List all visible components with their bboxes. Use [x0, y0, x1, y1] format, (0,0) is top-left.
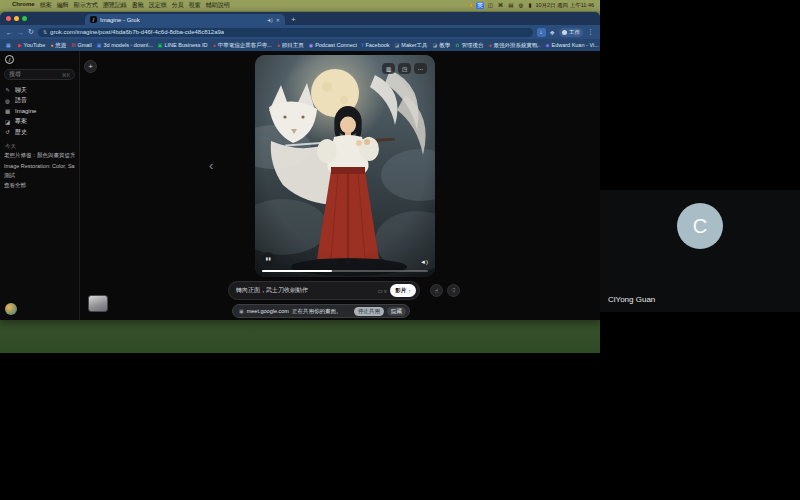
bookmark-favicon: ◪: [433, 42, 438, 48]
menubar-menu-item[interactable]: 輔助說明: [206, 1, 230, 10]
prompt-text[interactable]: 轉向正面，武士刀收劍動作: [236, 286, 377, 295]
chevron-down-icon[interactable]: ∨: [384, 288, 388, 294]
meeting-video-frame: Chrome檔案編輯顯示方式瀏覽記錄書籤設定檔分頁視窗輔助說明 ●英◫⌘▤◍▮ …: [0, 0, 800, 500]
status-icon[interactable]: ◍: [518, 2, 525, 9]
bookmark-item[interactable]: ▶ YouTube: [18, 42, 45, 49]
sidebar-nav-icon: ◍: [4, 98, 11, 104]
bookmark-item[interactable]: ● 節目主頁: [277, 42, 304, 49]
sidebar-nav-label: 歷史: [15, 128, 27, 137]
chrome-menu-icon[interactable]: ⋮: [587, 28, 594, 36]
aspect-ratio-icon[interactable]: ▭: [377, 288, 382, 294]
bookmark-item[interactable]: ● 中華電信企業客戶專...: [213, 42, 272, 49]
sidebar-nav-label: 聊天: [15, 86, 27, 95]
bookmark-favicon: ✿: [455, 42, 459, 48]
menubar-menu-item[interactable]: 顯示方式: [74, 1, 98, 10]
pause-button[interactable]: ▮▮: [262, 252, 275, 265]
bookmark-favicon: ●: [489, 42, 492, 48]
sidebar-nav-item[interactable]: ◪ 專案: [4, 117, 75, 128]
menubar-menu-item[interactable]: 編輯: [57, 1, 69, 10]
status-icon[interactable]: ◫: [487, 2, 494, 9]
bookmark-favicon: ▣: [97, 42, 102, 48]
sidebar-nav-item[interactable]: ✎ 聊天: [4, 85, 75, 96]
status-icon[interactable]: ▮: [527, 2, 532, 9]
downloads-icon[interactable]: ↓: [537, 28, 546, 37]
address-bar[interactable]: ⇅ grok.com/imagine/post/4bda6b7b-d46f-4c…: [38, 28, 533, 37]
bookmark-item[interactable]: ◪ Maker工具: [395, 42, 428, 49]
reload-button[interactable]: ↻: [28, 28, 34, 36]
bookmark-item[interactable]: M Gmail: [71, 42, 92, 49]
previous-image-arrow[interactable]: ‹: [209, 158, 213, 173]
macos-menubar: Chrome檔案編輯顯示方式瀏覽記錄書籤設定檔分頁視窗輔助說明 ●英◫⌘▤◍▮ …: [0, 0, 600, 11]
bookmark-item[interactable]: ◪ 教學: [433, 42, 451, 49]
sidebar-nav-item[interactable]: ◍ 語音: [4, 96, 75, 107]
history-item[interactable]: Image Restoration: Color, Sa: [4, 161, 75, 171]
menubar-menu-item[interactable]: 視窗: [189, 1, 201, 10]
zoom-window-button[interactable]: [22, 16, 27, 21]
grok-logo-icon[interactable]: /: [5, 55, 14, 64]
card-action-button[interactable]: ▥: [382, 63, 395, 74]
menubar-menu-item[interactable]: 檔案: [40, 1, 52, 10]
video-progress-bar[interactable]: [262, 270, 428, 272]
history-item[interactable]: 測試: [4, 171, 75, 181]
minimize-window-button[interactable]: [14, 16, 19, 21]
bookmark-item[interactable]: ● 最強外掛系統實戰..: [489, 42, 541, 49]
site-settings-icon[interactable]: ⇅: [43, 29, 47, 35]
bookmark-item[interactable]: ◆ Edward Kuan - Vi...: [546, 42, 599, 49]
shared-screen-region: Chrome檔案編輯顯示方式瀏覽記錄書籤設定檔分頁視窗輔助說明 ●英◫⌘▤◍▮ …: [0, 0, 600, 353]
bookmark-label: YouTube: [24, 42, 46, 48]
menubar-menu-item[interactable]: 設定檔: [149, 1, 167, 10]
card-action-button[interactable]: ⋯: [414, 63, 427, 74]
bookmark-item[interactable]: f Facebook: [362, 42, 390, 49]
bookmark-item[interactable]: ● 悠遊: [50, 42, 66, 49]
like-button[interactable]: ☝: [430, 284, 443, 297]
hide-banner-button[interactable]: 隱藏: [387, 307, 406, 316]
bookmark-favicon: ●: [277, 42, 280, 48]
bookmark-label: Facebook: [365, 42, 389, 48]
extensions-icon[interactable]: ❖: [550, 29, 555, 36]
forward-button[interactable]: →: [17, 29, 24, 36]
grok-sidebar: / 搜尋 ⌘K ✎ 聊天 ◍ 語音 ▦: [0, 51, 80, 320]
stop-sharing-button[interactable]: 停止共用: [354, 307, 384, 316]
screen-share-banner: ▣ meet.google.com 正在共用你的畫面。 停止共用 隱藏: [232, 304, 410, 318]
sidebar-nav-icon: ▦: [4, 108, 11, 114]
prompt-input-bar[interactable]: 轉向正面，武士刀收劍動作 ▭ ∨ 影片 ↑: [228, 281, 420, 300]
bookmark-item[interactable]: ◉ Podcast Connect: [309, 42, 357, 49]
bookmark-item[interactable]: ✿ 管理後台: [455, 42, 483, 49]
status-icon[interactable]: ▤: [507, 2, 514, 9]
sidebar-nav-item[interactable]: ↺ 歷史: [4, 127, 75, 138]
video-progress-fill: [262, 270, 332, 272]
back-button[interactable]: ←: [6, 29, 13, 36]
profile-chip[interactable]: 工作: [559, 28, 583, 37]
dislike-button[interactable]: ☟: [447, 284, 460, 297]
sidebar-nav-item[interactable]: ▦ Imagine: [4, 106, 75, 117]
new-tab-button[interactable]: +: [291, 14, 296, 25]
menubar-menu-item[interactable]: 書籤: [132, 1, 144, 10]
participant-video-tile[interactable]: C CiYong Guan: [600, 190, 800, 312]
bookmark-item[interactable]: ▣ LINE Business ID: [158, 42, 208, 49]
browser-tab[interactable]: / Imagine - Grok ◄) ✕: [85, 14, 285, 25]
menubar-menu-item[interactable]: 瀏覽記錄: [103, 1, 127, 10]
status-icon[interactable]: ⌘: [497, 2, 505, 9]
volume-icon[interactable]: ◄): [420, 259, 428, 265]
status-icon[interactable]: ●: [468, 2, 473, 9]
tab-strip: / Imagine - Grok ◄) ✕ +: [0, 12, 600, 25]
bookmark-item[interactable]: ▦: [6, 42, 13, 49]
floating-thumbnail[interactable]: [88, 295, 108, 312]
menubar-menu-item[interactable]: 分頁: [172, 1, 184, 10]
generate-video-button[interactable]: 影片 ↑: [390, 284, 416, 297]
status-icon[interactable]: 英: [476, 2, 484, 9]
close-window-button[interactable]: [6, 16, 11, 21]
card-action-button[interactable]: ◳: [398, 63, 411, 74]
new-image-button[interactable]: +: [84, 60, 97, 73]
bookmark-label: LINE Business ID: [164, 42, 207, 48]
tab-close-icon[interactable]: ✕: [276, 17, 280, 23]
search-input[interactable]: 搜尋 ⌘K: [4, 69, 75, 80]
menubar-clock[interactable]: 10月2日 週四 上午11:46: [535, 2, 594, 9]
user-avatar[interactable]: [5, 303, 17, 315]
menubar-menu-item[interactable]: Chrome: [12, 1, 35, 10]
history-item[interactable]: 查看全部: [4, 181, 75, 191]
bookmark-item[interactable]: ▣ 3d models - downl...: [97, 42, 153, 49]
history-item[interactable]: 老照片修復：顏色與畫質提升?!: [4, 151, 75, 161]
generated-video-card[interactable]: ▥◳⋯ ▮▮ ◄): [255, 55, 435, 277]
tab-audio-icon[interactable]: ◄): [266, 17, 273, 23]
